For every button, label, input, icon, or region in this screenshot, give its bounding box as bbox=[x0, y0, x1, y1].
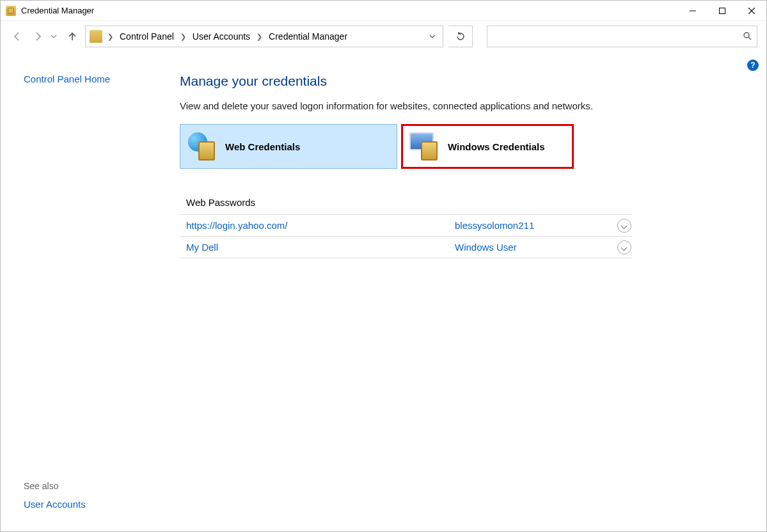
address-dropdown[interactable] bbox=[425, 31, 440, 42]
tile-label: Windows Credentials bbox=[448, 141, 545, 152]
navigation-toolbar: ❯ Control Panel ❯ User Accounts ❯ Creden… bbox=[1, 21, 766, 52]
credential-site: https://login.yahoo.com/ bbox=[186, 220, 455, 231]
svg-point-4 bbox=[744, 33, 749, 38]
svg-line-5 bbox=[748, 37, 751, 40]
app-icon bbox=[6, 6, 16, 16]
tile-label: Web Credentials bbox=[225, 141, 300, 152]
credential-user: Windows User bbox=[455, 242, 617, 253]
credential-site: My Dell bbox=[186, 242, 455, 253]
page-heading: Manage your credentials bbox=[180, 74, 754, 89]
expand-chevron-icon[interactable] bbox=[617, 219, 631, 233]
maximize-button[interactable] bbox=[708, 1, 737, 21]
credential-row[interactable]: My Dell Windows User bbox=[180, 237, 633, 258]
chevron-right-icon: ❯ bbox=[105, 33, 116, 41]
svg-rect-1 bbox=[720, 8, 725, 13]
breadcrumb-item[interactable]: Control Panel bbox=[117, 31, 177, 42]
location-icon bbox=[90, 30, 102, 43]
web-credentials-tile[interactable]: Web Credentials bbox=[180, 124, 397, 169]
search-icon bbox=[743, 31, 752, 42]
main-content: Manage your credentials View and delete … bbox=[167, 52, 766, 531]
page-description: View and delete your saved logon informa… bbox=[180, 100, 754, 111]
breadcrumb-item[interactable]: User Accounts bbox=[190, 31, 253, 42]
monitor-safe-icon bbox=[409, 131, 440, 162]
window-titlebar: Credential Manager bbox=[1, 1, 766, 21]
windows-credentials-tile[interactable]: Windows Credentials bbox=[401, 124, 574, 169]
globe-safe-icon bbox=[187, 131, 217, 162]
forward-button[interactable] bbox=[30, 29, 45, 44]
control-panel-home-link[interactable]: Control Panel Home bbox=[24, 74, 152, 84]
back-button[interactable] bbox=[10, 29, 25, 44]
credential-user: blessysolomon211 bbox=[455, 220, 617, 231]
section-title: Web Passwords bbox=[180, 197, 754, 208]
search-box[interactable] bbox=[487, 26, 757, 47]
expand-chevron-icon[interactable] bbox=[617, 240, 631, 254]
address-bar[interactable]: ❯ Control Panel ❯ User Accounts ❯ Creden… bbox=[85, 26, 443, 47]
minimize-button[interactable] bbox=[678, 1, 708, 21]
breadcrumb-item[interactable]: Credential Manager bbox=[266, 31, 350, 42]
sidebar: Control Panel Home See also User Account… bbox=[1, 52, 167, 531]
close-button[interactable] bbox=[737, 1, 766, 21]
chevron-right-icon: ❯ bbox=[254, 33, 265, 41]
chevron-right-icon: ❯ bbox=[178, 33, 189, 41]
user-accounts-link[interactable]: User Accounts bbox=[24, 499, 152, 521]
recent-locations-dropdown[interactable] bbox=[51, 31, 59, 42]
credentials-table: https://login.yahoo.com/ blessysolomon21… bbox=[180, 214, 633, 258]
window-title: Credential Manager bbox=[21, 6, 94, 15]
credential-row[interactable]: https://login.yahoo.com/ blessysolomon21… bbox=[180, 215, 633, 237]
see-also-heading: See also bbox=[24, 481, 152, 499]
refresh-button[interactable] bbox=[448, 26, 473, 47]
up-button[interactable] bbox=[65, 29, 80, 44]
